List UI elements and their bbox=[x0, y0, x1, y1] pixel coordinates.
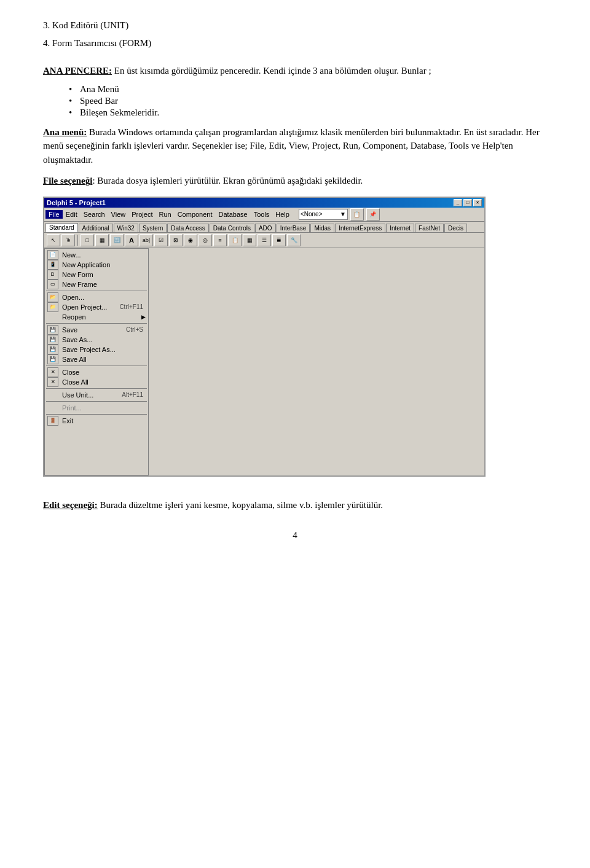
tab-data-access[interactable]: Data Access bbox=[167, 224, 209, 232]
maximize-btn[interactable]: □ bbox=[463, 199, 472, 206]
win-title-text: Delphi 5 - Project1 bbox=[47, 199, 106, 206]
menu-save[interactable]: 💾 Save Ctrl+S bbox=[45, 325, 148, 335]
tab-internet[interactable]: Internet bbox=[386, 224, 414, 232]
menu-save-project-as[interactable]: 💾 Save Project As... bbox=[45, 345, 148, 354]
comp-btn-14[interactable]: ☰ bbox=[258, 234, 271, 246]
save-project-as-icon: 💾 bbox=[47, 345, 58, 354]
comp-btn-7[interactable]: ☑ bbox=[154, 234, 168, 246]
menu-reopen[interactable]: Reopen ▶ bbox=[45, 312, 148, 322]
heading-item4: 4. Form Tasarımcısı (FORM) bbox=[43, 36, 547, 50]
menu-edit[interactable]: Edit bbox=[63, 210, 81, 219]
comp-btn-15[interactable]: ≣ bbox=[272, 234, 286, 246]
comp-btn-arrow[interactable]: ↖ bbox=[47, 234, 60, 246]
menu-tools[interactable]: Tools bbox=[251, 210, 273, 219]
sep-3 bbox=[46, 366, 147, 366]
file-secenegi-desc: : Burada dosya işlemleri yürütülür. Ekra… bbox=[92, 176, 363, 186]
ana-menu-label: Ana menü: bbox=[43, 127, 87, 137]
component-tabs: Standard Additional Win32 System Data Ac… bbox=[44, 222, 484, 233]
comp-btn-2[interactable]: □ bbox=[81, 234, 94, 246]
tb-paste-btn[interactable]: 📌 bbox=[366, 208, 380, 221]
tab-win32[interactable]: Win32 bbox=[114, 224, 138, 232]
close-all-icon: ✕ bbox=[47, 377, 58, 387]
comp-btn-16[interactable]: 🔧 bbox=[287, 234, 301, 246]
menu-new-frame[interactable]: ▭ New Frame bbox=[45, 280, 148, 289]
file-dropdown-menu: 📄 New... 📱 New Application 🗋 New Form ▭ … bbox=[44, 248, 149, 475]
sep-6 bbox=[46, 414, 147, 415]
comp-btn-11[interactable]: ≡ bbox=[213, 234, 227, 246]
tab-additional[interactable]: Additional bbox=[79, 224, 113, 232]
delphi-screenshot: Delphi 5 - Project1 _ □ × File Edit Sear… bbox=[43, 197, 486, 477]
new-frame-icon: ▭ bbox=[47, 280, 58, 289]
close-btn[interactable]: × bbox=[473, 199, 482, 206]
ana-pencere-section: ANA PENCERE: En üst kısımda gördüğümüz p… bbox=[43, 64, 547, 118]
comp-btn-13[interactable]: ▦ bbox=[243, 234, 256, 246]
tab-data-controls[interactable]: Data Controls bbox=[210, 224, 254, 232]
minimize-btn[interactable]: _ bbox=[454, 199, 462, 206]
none-dropdown[interactable]: <None> ▼ bbox=[299, 209, 348, 220]
menu-file[interactable]: File bbox=[45, 210, 63, 219]
comp-btn-5[interactable]: A bbox=[125, 234, 138, 246]
comp-btn-10[interactable]: ◎ bbox=[199, 234, 212, 246]
menu-close-all[interactable]: ✕ Close All bbox=[45, 377, 148, 387]
comp-btn-9[interactable]: ◉ bbox=[184, 234, 197, 246]
tab-interbase[interactable]: InterBase bbox=[277, 224, 310, 232]
menu-open[interactable]: 📂 Open... bbox=[45, 292, 148, 302]
save-shortcut: Ctrl+S bbox=[126, 326, 146, 333]
menu-new-app[interactable]: 📱 New Application bbox=[45, 260, 148, 270]
file-secenegi-section: File seçeneği: Burada dosya işlemleri yü… bbox=[43, 174, 547, 188]
none-dropdown-arrow: ▼ bbox=[340, 211, 346, 217]
menu-new-form[interactable]: 🗋 New Form bbox=[45, 270, 148, 280]
ana-menu-desc: Burada Windows ortamında çalışan program… bbox=[43, 127, 540, 165]
menu-search[interactable]: Search bbox=[81, 210, 108, 219]
ana-pencere-bullets: Ana Menü Speed Bar Bileşen Sekmeleridir. bbox=[80, 84, 547, 118]
bullet-bilesen: Bileşen Sekmeleridir. bbox=[80, 108, 547, 118]
ana-menu-section: Ana menü: Burada Windows ortamında çalış… bbox=[43, 125, 547, 167]
menu-save-as[interactable]: 💾 Save As... bbox=[45, 335, 148, 345]
tab-ado[interactable]: ADO bbox=[255, 224, 276, 232]
menu-print[interactable]: Print... bbox=[45, 403, 148, 413]
menu-use-unit[interactable]: Use Unit... Alt+F11 bbox=[45, 390, 148, 400]
empty-area bbox=[149, 248, 484, 475]
save-all-icon: 💾 bbox=[47, 354, 58, 364]
win-titlebar: Delphi 5 - Project1 _ □ × bbox=[44, 198, 484, 208]
menu-save-all[interactable]: 💾 Save All bbox=[45, 354, 148, 364]
main-area: 📄 New... 📱 New Application 🗋 New Form ▭ … bbox=[44, 248, 484, 475]
menu-component[interactable]: Component bbox=[175, 210, 216, 219]
open-icon: 📂 bbox=[47, 292, 58, 302]
menu-open-project[interactable]: 📁 Open Project... Ctrl+F11 bbox=[45, 302, 148, 312]
menu-database[interactable]: Database bbox=[216, 210, 251, 219]
page-footer: 4 bbox=[43, 530, 547, 541]
tb-copy-btn[interactable]: 📋 bbox=[350, 208, 364, 221]
sep-1 bbox=[46, 291, 147, 291]
comp-btn-1[interactable]: 🖱 bbox=[61, 234, 75, 246]
comp-btn-12[interactable]: 📋 bbox=[228, 234, 242, 246]
tab-decis[interactable]: Decis bbox=[444, 224, 467, 232]
menu-exit[interactable]: 🚪 Exit bbox=[45, 416, 148, 426]
ana-pencere-para: ANA PENCERE: En üst kısımda gördüğümüz p… bbox=[43, 64, 547, 78]
menu-new[interactable]: 📄 New... bbox=[45, 250, 148, 260]
edit-secenegi-section: Edit seçeneği: Burada düzeltme işleri ya… bbox=[43, 498, 547, 512]
menu-run[interactable]: Run bbox=[155, 210, 174, 219]
edit-secenegi-label: Edit seçeneği: bbox=[43, 500, 98, 510]
comp-btn-3[interactable]: ▦ bbox=[95, 234, 109, 246]
open-project-icon: 📁 bbox=[47, 302, 58, 312]
comp-btn-6[interactable]: ab| bbox=[140, 234, 153, 246]
menu-project[interactable]: Project bbox=[128, 210, 155, 219]
new-icon: 📄 bbox=[47, 250, 58, 260]
menu-view[interactable]: View bbox=[108, 210, 129, 219]
tab-standard[interactable]: Standard bbox=[45, 223, 78, 232]
ana-pencere-label: ANA PENCERE: bbox=[43, 66, 112, 76]
tab-system[interactable]: System bbox=[139, 224, 167, 232]
tab-midas[interactable]: Midas bbox=[310, 224, 334, 232]
menu-close[interactable]: ✕ Close bbox=[45, 367, 148, 377]
bullet-speed-bar: Speed Bar bbox=[80, 96, 547, 106]
comp-btn-8[interactable]: ⊠ bbox=[169, 234, 183, 246]
new-form-icon: 🗋 bbox=[47, 270, 58, 280]
menu-help[interactable]: Help bbox=[272, 210, 293, 219]
win-menubar: File Edit Search View Project Run Compon… bbox=[44, 208, 484, 222]
tab-fastnet[interactable]: FastNet bbox=[415, 224, 444, 232]
component-toolbar: ↖ 🖱 □ ▦ 🔡 A ab| ☑ ⊠ ◉ ◎ ≡ 📋 ▦ ☰ ≣ 🔧 bbox=[44, 233, 484, 248]
tab-internetexpress[interactable]: InternetExpress bbox=[335, 224, 385, 232]
comp-btn-4[interactable]: 🔡 bbox=[110, 234, 124, 246]
bullet-ana-menu: Ana Menü bbox=[80, 84, 547, 95]
